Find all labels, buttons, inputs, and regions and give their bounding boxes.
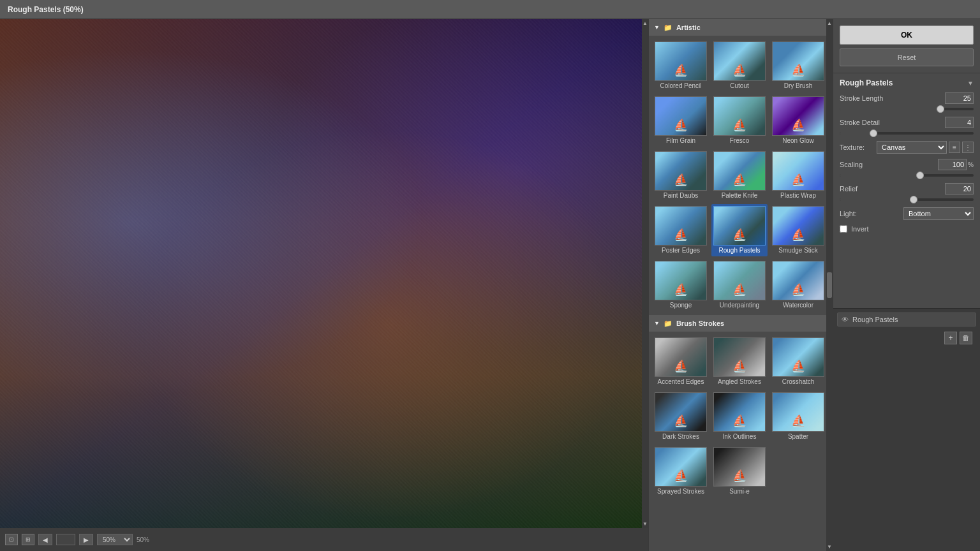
stroke-length-input[interactable] [945, 92, 974, 104]
stroke-length-label: Stroke Length [840, 94, 884, 102]
artistic-filter-grid: Colored Pencil Cutout [649, 36, 826, 315]
filter-list-panel: ▼ 📁 Artistic Colored Pencil [648, 19, 833, 551]
filter-accented-edges[interactable]: Accented Edges [653, 335, 709, 388]
settings-collapse-arrow[interactable]: ▼ [967, 80, 974, 87]
category-collapse-arrow[interactable]: ▼ [654, 24, 660, 31]
filter-fresco[interactable]: Fresco [711, 94, 768, 147]
preview-mode-box[interactable]: ⊡ [5, 534, 18, 545]
add-filter-btn[interactable]: + [944, 332, 957, 344]
filter-thumb-angled-strokes [713, 337, 766, 377]
filter-list-scroll-thumb[interactable] [827, 272, 832, 298]
filter-dry-brush[interactable]: Dry Brush [770, 40, 826, 92]
delete-filter-btn[interactable]: 🗑 [960, 332, 972, 344]
scaling-slider-fill [840, 174, 920, 177]
preview-nav-right[interactable]: ▶ [79, 534, 93, 545]
filter-name-plastic-wrap: Plastic Wrap [780, 192, 816, 200]
reset-button[interactable]: Reset [840, 48, 974, 66]
applied-filter-name: Rough Pastels [852, 316, 972, 323]
preview-controls: ⊡ ⊞ ◀ ▶ 50% 25% 100% 50% [0, 528, 648, 551]
filter-spatter[interactable]: Spatter [770, 390, 826, 443]
stroke-detail-row: Stroke Detail [840, 117, 974, 128]
relief-slider-thumb[interactable] [910, 196, 917, 203]
stroke-length-row: Stroke Length [840, 92, 974, 104]
filter-name-spatter: Spatter [788, 433, 808, 441]
texture-select[interactable]: Canvas Brick Burlap Sandstone [877, 141, 947, 154]
scaling-slider-thumb[interactable] [916, 172, 924, 179]
filter-cutout[interactable]: Cutout [711, 40, 768, 92]
scaling-label: Scaling [840, 161, 863, 168]
filter-film-grain[interactable]: Film Grain [653, 94, 709, 147]
filter-name-sponge: Sponge [670, 302, 692, 309]
filter-list-scrollbar[interactable]: ▲ ▼ [826, 19, 833, 551]
stroke-detail-input[interactable] [945, 117, 974, 128]
category-brush-strokes-label: Brush Strokes [676, 320, 724, 327]
scaling-input[interactable] [938, 159, 967, 170]
filter-dark-strokes[interactable]: Dark Strokes [653, 390, 709, 443]
filter-dialog: Rough Pastels (50%) ▲ ▼ ⊡ [0, 0, 980, 551]
preview-nav-left[interactable]: ◀ [38, 534, 52, 545]
filter-name-underpainting: Underpainting [720, 302, 759, 309]
stroke-detail-slider-thumb[interactable] [870, 129, 877, 137]
applied-filter-rough-pastels[interactable]: 👁 Rough Pastels [837, 312, 976, 327]
scaling-slider-track [840, 174, 974, 177]
filter-ink-outlines[interactable]: Ink Outlines [711, 390, 768, 443]
ok-button[interactable]: OK [840, 26, 974, 45]
stroke-length-slider-thumb[interactable] [937, 105, 944, 113]
filter-thumb-paint-daubs [655, 151, 707, 191]
filter-list-scroll: ▼ 📁 Artistic Colored Pencil [649, 19, 826, 551]
filter-list-scroll-down[interactable]: ▼ [827, 544, 832, 550]
filter-angled-strokes[interactable]: Angled Strokes [711, 335, 768, 388]
filter-watercolor[interactable]: Watercolor [770, 259, 826, 311]
filter-crosshatch[interactable]: Crosshatch [770, 335, 826, 388]
filter-name-crosshatch: Crosshatch [782, 378, 815, 386]
filter-underpainting[interactable]: Underpainting [711, 259, 768, 311]
preview-zoom-label: 50% [137, 536, 149, 543]
category-brush-strokes[interactable]: ▼ 📁 Brush Strokes [649, 315, 826, 332]
filter-list-scroll-up[interactable]: ▲ [827, 20, 832, 26]
preview-zoom-select[interactable]: 50% 25% 100% [97, 534, 133, 545]
texture-load-btn[interactable]: ≡ [949, 142, 960, 153]
filter-plastic-wrap[interactable]: Plastic Wrap [770, 149, 826, 202]
category-bs-collapse-arrow[interactable]: ▼ [654, 320, 660, 327]
filter-poster-edges[interactable]: Poster Edges [653, 204, 709, 256]
filter-sponge[interactable]: Sponge [653, 259, 709, 311]
filter-thumb-crosshatch [772, 337, 824, 377]
filter-colored-pencil[interactable]: Colored Pencil [653, 40, 709, 92]
preview-fit-btn[interactable]: ⊞ [22, 534, 34, 545]
filter-name-film-grain: Film Grain [666, 137, 695, 145]
filter-thumb-cutout [713, 41, 766, 81]
filter-sprayed-strokes[interactable]: Sprayed Strokes [653, 445, 709, 497]
preview-scrollbar[interactable]: ▲ ▼ [642, 19, 648, 528]
preview-panel: ▲ ▼ ⊡ ⊞ ◀ ▶ 50% 25% 100% 50% [0, 19, 648, 551]
filter-thumb-accented-edges [655, 337, 707, 377]
filter-name-dry-brush: Dry Brush [784, 82, 812, 90]
filter-name-colored-pencil: Colored Pencil [660, 82, 701, 90]
filter-visibility-icon[interactable]: 👁 [842, 316, 849, 323]
category-artistic[interactable]: ▼ 📁 Artistic [649, 19, 826, 36]
filter-name-watercolor: Watercolor [783, 302, 813, 309]
preview-scroll-down-arrow[interactable]: ▼ [642, 521, 648, 527]
light-select[interactable]: Bottom Top Top Left Top Right Left Right… [903, 207, 974, 220]
invert-row: Invert [840, 225, 974, 233]
relief-input[interactable] [945, 183, 974, 195]
texture-options-btn[interactable]: ⋮ [962, 142, 974, 153]
filter-name-rough-pastels: Rough Pastels [718, 247, 760, 254]
rough-pastels-settings: Rough Pastels ▼ Stroke Length [833, 73, 980, 238]
preview-image [0, 19, 648, 528]
filter-name-fresco: Fresco [730, 137, 750, 145]
invert-checkbox[interactable] [840, 225, 847, 233]
brush-strokes-filter-grid: Accented Edges Angled Strokes [649, 332, 826, 501]
category-folder-icon: 📁 [664, 24, 672, 32]
applied-filters-toolbar: + 🗑 [837, 329, 976, 347]
stroke-length-slider-fill [840, 108, 940, 110]
filter-rough-pastels[interactable]: Rough Pastels [711, 204, 768, 256]
filter-palette-knife[interactable]: Palette Knife [711, 149, 768, 202]
filter-sumi-e[interactable]: Sumi-e [711, 445, 768, 497]
filter-name-neon-glow: Neon Glow [782, 137, 813, 145]
filter-smudge-stick[interactable]: Smudge Stick [770, 204, 826, 256]
scaling-slider-row [840, 174, 974, 177]
filter-paint-daubs[interactable]: Paint Daubs [653, 149, 709, 202]
filter-neon-glow[interactable]: Neon Glow [770, 94, 826, 147]
stroke-detail-slider-fill [840, 132, 873, 135]
preview-scroll-up-arrow[interactable]: ▲ [642, 20, 648, 26]
